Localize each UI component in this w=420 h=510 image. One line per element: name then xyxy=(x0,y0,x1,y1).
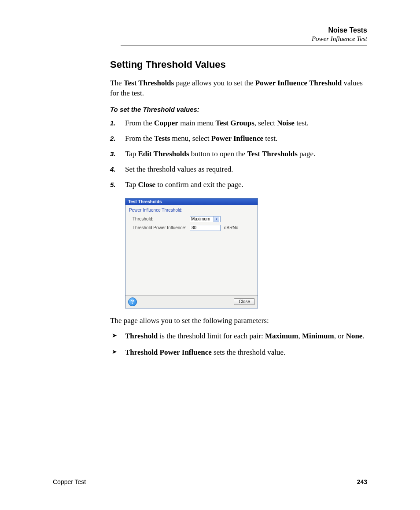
steps-list: From the Copper main menu Test Groups, s… xyxy=(110,118,367,190)
page-number: 243 xyxy=(357,478,367,485)
bold-text: Power Influence Threshold xyxy=(255,79,342,87)
close-button[interactable]: Close xyxy=(234,298,255,305)
threshold-select[interactable]: Maximum ▾ xyxy=(190,216,221,222)
group-label: Power Influence Threshold: xyxy=(129,208,254,213)
bold-text: Minimum xyxy=(302,332,334,340)
power-influence-label: Threshold Power Influence: xyxy=(133,225,190,230)
bold-text: Copper xyxy=(154,119,178,127)
header-rule xyxy=(121,45,367,46)
footer-left: Copper Test xyxy=(53,478,86,485)
select-value: Maximum xyxy=(191,216,210,221)
bold-text: Maximum xyxy=(265,332,298,340)
text: From the xyxy=(125,134,154,143)
bold-text: Tests xyxy=(154,134,170,143)
text: sets the threshold value. xyxy=(212,348,286,356)
text: , select xyxy=(254,119,277,127)
text: page. xyxy=(298,150,316,158)
bold-text: Edit Thresholds xyxy=(138,150,189,158)
footer-rule xyxy=(53,471,367,471)
bold-text: Noise xyxy=(277,119,295,127)
bold-text: Threshold Power Influence xyxy=(125,348,212,356)
bold-text: Close xyxy=(138,180,156,189)
bold-text: Test Thresholds xyxy=(247,150,297,158)
threshold-label: Threshold: xyxy=(133,216,190,221)
step-5: Tap Close to confirm and exit the page. xyxy=(125,180,367,190)
header-subtitle: Power Influence Test xyxy=(53,35,367,43)
header-chapter: Noise Tests xyxy=(53,26,367,34)
text: test. xyxy=(263,134,277,143)
bullet-1: Threshold is the threshold limit for eac… xyxy=(125,331,367,341)
text: The xyxy=(110,79,124,87)
text: From the xyxy=(125,119,154,127)
text: , xyxy=(298,332,302,340)
bold-text: None xyxy=(346,332,363,340)
text: button to open the xyxy=(189,150,247,158)
app-footer: ? Close xyxy=(125,295,258,308)
steps-subhead: To set the Threshold values: xyxy=(110,106,367,113)
text: to confirm and exit the page. xyxy=(155,180,243,189)
text: . xyxy=(362,332,364,340)
bullet-list: Threshold is the threshold limit for eac… xyxy=(110,331,367,358)
text: page allows you to set the xyxy=(174,79,255,87)
threshold-row: Threshold: Maximum ▾ xyxy=(133,216,254,222)
unit-label: dBRNc xyxy=(224,225,238,230)
step-3: Tap Edit Thresholds button to open the T… xyxy=(125,149,367,159)
app-window: Test Thresholds Power Influence Threshol… xyxy=(125,198,258,308)
step-4: Set the threshold values as required. xyxy=(125,165,367,175)
text: main menu xyxy=(178,119,216,127)
after-paragraph: The page allows you to set the following… xyxy=(110,316,367,325)
chevron-down-icon: ▾ xyxy=(214,216,219,222)
text: test. xyxy=(295,119,309,127)
bold-text: Test Groups xyxy=(215,119,254,127)
bold-text: Power Influence xyxy=(211,134,263,143)
power-influence-input[interactable]: 80 xyxy=(190,225,221,231)
power-influence-row: Threshold Power Influence: 80 dBRNc xyxy=(133,225,254,231)
section-title: Setting Threshold Values xyxy=(110,59,367,70)
app-titlebar: Test Thresholds xyxy=(125,198,258,205)
intro-paragraph: The Test Thresholds page allows you to s… xyxy=(110,78,367,99)
bold-text: Test Thresholds xyxy=(124,79,174,87)
text: menu, select xyxy=(170,134,211,143)
step-2: From the Tests menu, select Power Influe… xyxy=(125,134,367,144)
page-footer: Copper Test 243 xyxy=(53,478,367,485)
step-1: From the Copper main menu Test Groups, s… xyxy=(125,118,367,128)
text: Tap xyxy=(125,150,138,158)
bold-text: Threshold xyxy=(125,332,158,340)
text: , or xyxy=(334,332,346,340)
help-icon[interactable]: ? xyxy=(128,297,137,306)
text: Tap xyxy=(125,180,138,189)
text: is the threshold limit for each pair: xyxy=(158,332,265,340)
bullet-2: Threshold Power Influence sets the thres… xyxy=(125,348,367,358)
app-body: Power Influence Threshold: Threshold: Ma… xyxy=(125,205,258,295)
